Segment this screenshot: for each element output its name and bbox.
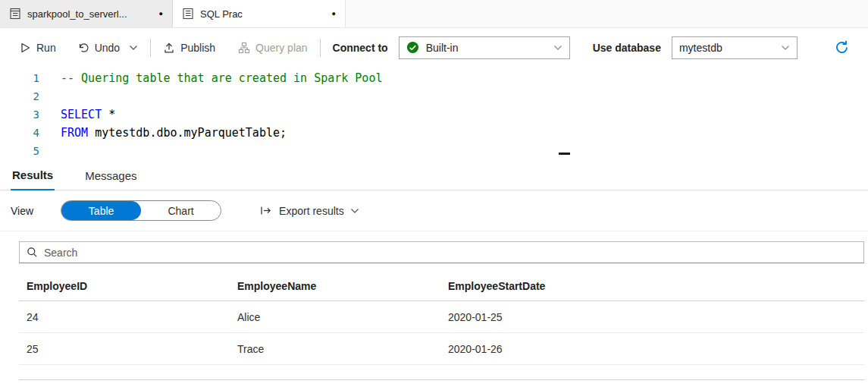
editor-tab-bar: sparkpool_to_serverl... ● SQL Prac ● [0, 0, 868, 28]
undo-button[interactable]: Undo [77, 42, 120, 54]
undo-label: Undo [95, 42, 120, 54]
tab-messages[interactable]: Messages [83, 161, 138, 190]
line-number: 3 [0, 105, 39, 124]
refresh-button[interactable] [834, 39, 850, 55]
chevron-down-icon [553, 45, 562, 51]
query-plan-label: Query plan [255, 42, 307, 54]
sql-text: mytestdb.dbo.myParquetTable; [88, 126, 287, 140]
flowchart-icon [238, 42, 250, 54]
results-grid: EmployeeID EmployeeName EmployeeStartDat… [19, 272, 864, 380]
connect-to-label: Connect to [333, 42, 388, 54]
unsaved-dot: ● [159, 11, 163, 17]
view-bar: View Table Chart Export results [0, 190, 868, 231]
script-toolbar: Run Undo Publish Query plan Connect to [0, 28, 868, 67]
upload-icon [163, 42, 175, 54]
connect-to-value: Built-in [426, 42, 459, 54]
results-search-box [19, 241, 864, 263]
run-label: Run [36, 42, 56, 54]
table-row[interactable]: 24 Alice 2020-01-25 [19, 301, 864, 333]
cell-employeename: Trace [230, 333, 440, 364]
use-database-dropdown[interactable]: mytestdb [672, 36, 797, 59]
search-icon [27, 247, 38, 258]
sql-text: * [102, 108, 115, 121]
code-line: 1 -- Quering table that are created in S… [0, 69, 868, 87]
publish-button[interactable]: Publish [163, 42, 215, 54]
code-line: 2 [0, 87, 868, 105]
undo-icon [77, 42, 89, 54]
panel-splitter-handle[interactable] [559, 153, 570, 155]
tab-label: sparkpool_to_serverl... [27, 8, 153, 20]
chevron-down-icon [781, 45, 790, 51]
sql-keyword: FROM [61, 126, 88, 140]
sql-keyword: SELECT [61, 108, 102, 121]
refresh-icon [834, 39, 850, 55]
toggle-table-label: Table [89, 205, 114, 217]
code-line: 4 FROM mytestdb.dbo.myParquetTable; [0, 124, 868, 142]
toggle-chart-option[interactable]: Chart [141, 201, 221, 220]
chevron-down-icon [350, 208, 359, 214]
code-editor[interactable]: 1 -- Quering table that are created in S… [0, 67, 868, 161]
connect-to-dropdown[interactable]: Built-in [399, 36, 570, 59]
grid-bottom-edge [19, 365, 864, 380]
run-button[interactable]: Run [20, 42, 56, 54]
cell-employeeid: 24 [19, 301, 230, 332]
publish-label: Publish [180, 42, 215, 54]
view-label: View [11, 205, 33, 217]
sql-comment: -- Quering table that are created in Spa… [61, 71, 382, 85]
code-line: 3 SELECT * [0, 105, 868, 124]
table-row[interactable]: 25 Trace 2020-01-26 [19, 333, 864, 365]
view-toggle: Table Chart [61, 200, 221, 221]
connected-check-icon [406, 41, 419, 54]
use-database-label: Use database [593, 42, 661, 54]
script-icon [182, 8, 194, 20]
grid-header-row: EmployeeID EmployeeName EmployeeStartDat… [19, 272, 864, 301]
tab-label: SQL Prac [200, 8, 326, 20]
undo-dropdown-button[interactable] [129, 45, 138, 51]
column-header-employeeid[interactable]: EmployeeID [19, 272, 230, 300]
column-header-employeestartdate[interactable]: EmployeeStartDate [440, 272, 864, 300]
search-input[interactable] [44, 247, 857, 259]
line-number: 4 [0, 124, 39, 142]
line-number: 5 [0, 142, 39, 160]
export-icon [259, 204, 273, 217]
export-results-label: Export results [279, 205, 344, 217]
line-number: 2 [0, 87, 39, 105]
line-number: 1 [0, 69, 39, 87]
export-results-button[interactable]: Export results [259, 204, 359, 217]
messages-tab-label: Messages [85, 169, 136, 182]
results-tab-bar: Results Messages [0, 161, 868, 190]
toggle-table-option[interactable]: Table [61, 201, 141, 220]
unsaved-dot: ● [332, 11, 336, 17]
cell-employeestartdate: 2020-01-25 [440, 301, 864, 332]
cell-employeeid: 25 [19, 333, 230, 364]
results-tab-label: Results [12, 168, 53, 181]
toolbar-divider [150, 39, 151, 57]
toolbar-divider [320, 39, 321, 57]
toggle-chart-label: Chart [168, 205, 193, 217]
script-icon [9, 8, 21, 20]
play-icon [20, 42, 31, 54]
database-value: mytestdb [679, 42, 722, 54]
code-line: 5 [0, 142, 868, 160]
column-header-employeename[interactable]: EmployeeName [230, 272, 440, 300]
cell-employeename: Alice [230, 301, 440, 332]
tab-results[interactable]: Results [11, 161, 55, 190]
chevron-down-icon [129, 45, 138, 51]
query-plan-button[interactable]: Query plan [238, 42, 307, 54]
tab-sql-prac[interactable]: SQL Prac ● [173, 0, 346, 27]
tab-sparkpool-to-serverless[interactable]: sparkpool_to_serverl... ● [0, 0, 173, 27]
cell-employeestartdate: 2020-01-26 [440, 333, 864, 364]
